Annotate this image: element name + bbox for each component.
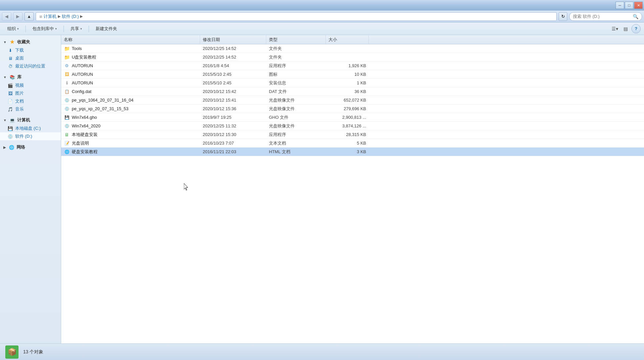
breadcrumb-computer[interactable]: 计算机 [44, 14, 57, 20]
col-header-size[interactable]: 大小 [326, 35, 369, 44]
file-cell-name: 🖥 本地硬盘安装 [61, 132, 200, 138]
table-row[interactable]: 💿 pe_yqs_1064_20_07_31_16_04 2020/10/12 … [61, 96, 644, 105]
html-icon: 🌐 [64, 149, 70, 155]
breadcrumb-drive[interactable]: 软件 (D:) [62, 14, 79, 20]
up-button[interactable]: ▲ [24, 12, 34, 21]
img-icon: 🖼 [64, 71, 70, 77]
col-header-type[interactable]: 类型 [266, 35, 326, 44]
minimize-button[interactable]: ─ [616, 2, 624, 9]
col-header-name[interactable]: 名称 [61, 35, 200, 44]
forward-button[interactable]: ▶ [13, 12, 22, 21]
gho-icon: 💾 [64, 114, 70, 120]
file-header: 名称 修改日期 类型 大小 [61, 35, 644, 44]
table-row[interactable]: 🖼 AUTORUN 2015/5/10 2:45 图标 10 KB [61, 70, 644, 79]
network-icon: 🌐 [9, 144, 15, 150]
search-icon[interactable]: 🔍 [633, 14, 638, 19]
drive-d-icon: 💿 [7, 133, 13, 139]
table-row[interactable]: 🌐 硬盘安装教程 2016/11/21 22:03 HTML 文档 3 KB [61, 148, 644, 156]
file-cell-name: 💾 Win7x64.gho [61, 114, 200, 120]
file-cell-size: 2,900,813 ... [326, 115, 369, 120]
file-name: AUTORUN [72, 72, 93, 77]
table-row[interactable]: 💿 pe_yqs_xp_20_07_31_15_53 2020/10/12 15… [61, 105, 644, 113]
file-name: Tools [72, 46, 82, 51]
music-icon: 🎵 [7, 106, 13, 112]
table-row[interactable]: 💾 Win7x64.gho 2019/9/7 19:25 GHO 文件 2,90… [61, 113, 644, 122]
table-row[interactable]: 💿 Win7x64_2020 2020/12/25 11:32 光盘映像文件 3… [61, 122, 644, 130]
file-cell-date: 2015/5/10 2:45 [200, 72, 266, 77]
col-header-date[interactable]: 修改日期 [200, 35, 266, 44]
dat-icon: 📋 [64, 89, 70, 95]
view-options-button[interactable]: ☰ ▾ [610, 24, 620, 33]
sidebar-item-drive-d[interactable]: 💿 软件 (D:) [0, 132, 61, 140]
file-name: pe_yqs_xp_20_07_31_15_53 [72, 106, 128, 111]
toolbar-separator-3 [89, 25, 89, 32]
sidebar-header-library[interactable]: ▼ 📚 库 [0, 73, 61, 81]
file-cell-name: 📝 光盘说明 [61, 140, 200, 146]
file-cell-date: 2020/10/12 15:42 [200, 89, 266, 94]
file-cell-size: 36 KB [326, 89, 369, 94]
table-row[interactable]: 📁 U盘安装教程 2020/12/25 14:52 文件夹 [61, 53, 644, 62]
recent-label: 最近访问的位置 [15, 63, 45, 69]
file-cell-name: 📁 U盘安装教程 [61, 54, 200, 60]
help-button[interactable]: ? [631, 24, 641, 33]
toolbar-right: ☰ ▾ ▤ ? [610, 24, 641, 33]
sidebar-section-network: ▶ 🌐 网络 [0, 143, 61, 152]
file-cell-name: 📁 Tools [61, 46, 200, 52]
share-label: 共享 [70, 26, 79, 32]
table-row[interactable]: 🖥 本地硬盘安装 2020/10/12 15:30 应用程序 28,315 KB [61, 130, 644, 139]
sidebar-header-network[interactable]: ▶ 🌐 网络 [0, 143, 61, 152]
iso-icon: 💿 [64, 106, 70, 112]
sidebar-item-recent[interactable]: ⏱ 最近访问的位置 [0, 62, 61, 70]
search-input[interactable] [573, 14, 631, 19]
file-cell-name: 📋 Config.dat [61, 89, 200, 95]
preview-button[interactable]: ▤ [621, 24, 630, 33]
sidebar-item-drive-c[interactable]: 💾 本地磁盘 (C:) [0, 124, 61, 132]
folder-icon: 📁 [64, 54, 70, 60]
info-icon: ℹ [64, 80, 70, 86]
file-cell-date: 2019/9/7 19:25 [200, 115, 266, 120]
file-cell-size: 5 KB [326, 141, 369, 146]
file-cell-name: 💿 Win7x64_2020 [61, 123, 200, 129]
new-folder-button[interactable]: 新建文件夹 [92, 24, 121, 34]
network-label: 网络 [17, 144, 25, 150]
sidebar-item-document[interactable]: 📄 文档 [0, 97, 61, 105]
table-row[interactable]: 📝 光盘说明 2016/10/23 7:07 文本文档 5 KB [61, 139, 644, 148]
back-button[interactable]: ◀ [2, 12, 11, 21]
sidebar-item-desktop[interactable]: 🖥 桌面 [0, 54, 61, 62]
sidebar-item-download[interactable]: ⬇ 下载 [0, 46, 61, 54]
file-name: Win7x64.gho [72, 115, 97, 120]
sidebar-item-video[interactable]: 🎬 视频 [0, 81, 61, 89]
table-row[interactable]: ⚙ AUTORUN 2016/1/8 4:54 应用程序 1,926 KB [61, 62, 644, 70]
sidebar-header-computer[interactable]: ▼ 💻 计算机 [0, 116, 61, 124]
file-cell-type: DAT 文件 [266, 89, 326, 95]
file-cell-size: 10 KB [326, 72, 369, 77]
refresh-button[interactable]: ↻ [559, 12, 567, 21]
toolbar: 组织 ▾ 包含到库中 ▾ 共享 ▾ 新建文件夹 ☰ ▾ ▤ ? [0, 22, 644, 35]
file-cell-name: 💿 pe_yqs_1064_20_07_31_16_04 [61, 97, 200, 103]
table-row[interactable]: 📋 Config.dat 2020/10/12 15:42 DAT 文件 36 … [61, 87, 644, 96]
status-count: 13 个对象 [23, 349, 43, 355]
drive-c-label: 本地磁盘 (C:) [15, 125, 41, 131]
sidebar-section-favorites: ▼ ★ 收藏夹 ⬇ 下载 🖥 桌面 ⏱ 最近访问的位置 [0, 38, 61, 70]
sidebar-item-music[interactable]: 🎵 音乐 [0, 105, 61, 113]
close-button[interactable]: ✕ [634, 2, 643, 9]
table-row[interactable]: ℹ AUTORUN 2015/5/10 2:45 安装信息 1 KB [61, 79, 644, 87]
txt-icon: 📝 [64, 140, 70, 146]
exe-icon: ⚙ [64, 63, 70, 69]
sidebar-section-computer: ▼ 💻 计算机 💾 本地磁盘 (C:) 💿 软件 (D:) [0, 116, 61, 140]
sidebar-header-favorites[interactable]: ▼ ★ 收藏夹 [0, 38, 61, 46]
sidebar-item-image[interactable]: 🖼 图片 [0, 89, 61, 97]
share-button[interactable]: 共享 ▾ [66, 24, 86, 34]
file-cell-type: 光盘映像文件 [266, 97, 326, 103]
video-label: 视频 [15, 82, 24, 88]
file-cell-date: 2020/10/12 15:41 [200, 98, 266, 103]
iso-icon: 💿 [64, 97, 70, 103]
table-row[interactable]: 📁 Tools 2020/12/25 14:52 文件夹 [61, 44, 644, 53]
file-cell-date: 2020/12/25 14:52 [200, 55, 266, 60]
file-name: Config.dat [72, 89, 91, 94]
maximize-button[interactable]: □ [625, 2, 633, 9]
organize-button[interactable]: 组织 ▾ [3, 24, 23, 34]
file-cell-size: 652,072 KB [326, 98, 369, 103]
include-library-button[interactable]: 包含到库中 ▾ [28, 24, 61, 34]
breadcrumb-computer-icon: 🖥 [39, 15, 42, 19]
